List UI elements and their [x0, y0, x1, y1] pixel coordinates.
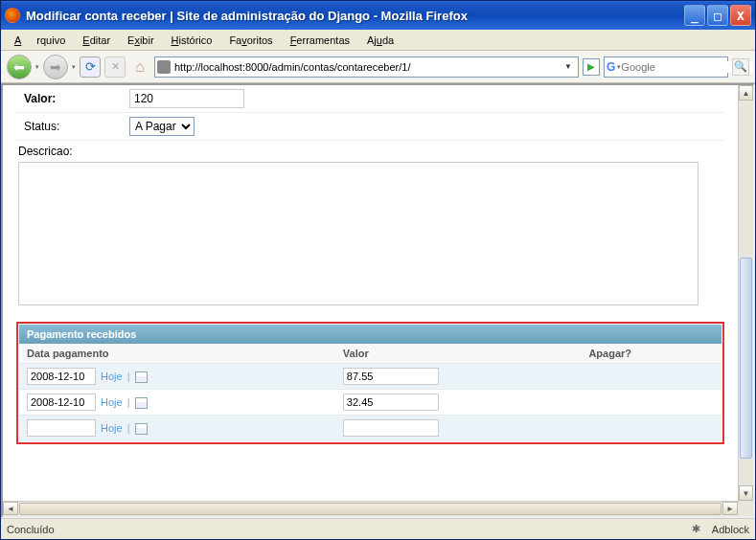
- status-select[interactable]: A Pagar: [129, 117, 195, 136]
- col-valor: Valor: [335, 344, 582, 364]
- home-button[interactable]: ⌂: [129, 56, 150, 78]
- minimize-button[interactable]: _: [684, 5, 705, 26]
- maximize-button[interactable]: □: [707, 5, 728, 26]
- menu-ajuda[interactable]: Ajuda: [359, 33, 401, 48]
- col-apagar: Apagar?: [581, 344, 722, 364]
- firefox-icon: [5, 8, 20, 23]
- hoje-link[interactable]: Hoje: [101, 396, 123, 408]
- descricao-label: Descricao:: [18, 145, 722, 158]
- scroll-down-button[interactable]: ▼: [739, 485, 753, 501]
- status-label: Status:: [24, 120, 129, 133]
- hoje-link[interactable]: Hoje: [101, 371, 123, 382]
- hoje-link[interactable]: Hoje: [101, 422, 123, 434]
- page-viewport: Valor: Status: A Pagar Descricao: Pagame…: [1, 83, 755, 518]
- horizontal-scrollbar[interactable]: ◄ ►: [3, 501, 738, 516]
- go-button[interactable]: ▶: [583, 58, 600, 76]
- window-title: Modificar conta receber | Site de admini…: [26, 9, 684, 23]
- scroll-corner: [738, 501, 753, 516]
- calendar-icon[interactable]: [135, 371, 148, 383]
- inline-pagamento-recebidos: Pagamento recebidos Data pagamento Valor…: [16, 322, 724, 444]
- url-bar[interactable]: ▼: [154, 56, 579, 78]
- valor-pagamento-input[interactable]: [343, 419, 439, 437]
- status-bar: Concluído ✱ Adblock: [1, 518, 755, 539]
- descricao-textarea[interactable]: [18, 162, 699, 305]
- valor-pagamento-input[interactable]: [343, 394, 439, 411]
- menu-arquivo[interactable]: Arquivo: [7, 33, 73, 48]
- page-favicon: [157, 60, 171, 74]
- calendar-icon[interactable]: [135, 397, 148, 409]
- adblock-label[interactable]: Adblock: [712, 524, 749, 535]
- valor-input[interactable]: [129, 89, 244, 108]
- google-icon: G: [607, 60, 615, 74]
- reload-button[interactable]: ⟳: [80, 56, 101, 78]
- menu-ferramentas[interactable]: Ferramentas: [283, 33, 357, 48]
- scroll-right-button[interactable]: ►: [722, 502, 738, 515]
- back-dropdown-icon[interactable]: ▾: [35, 63, 39, 71]
- window-titlebar: Modificar conta receber | Site de admini…: [1, 1, 755, 30]
- menu-favoritos[interactable]: Favoritos: [221, 33, 280, 48]
- data-pagamento-input[interactable]: [27, 419, 96, 437]
- menu-bar: Arquivo Editar Exibir Histórico Favorito…: [1, 30, 755, 51]
- inline-title: Pagamento recebidos: [19, 325, 722, 344]
- inline-row: Hoje |: [19, 364, 722, 390]
- menu-exibir[interactable]: Exibir: [120, 33, 162, 48]
- url-input[interactable]: [174, 61, 561, 73]
- vertical-scrollbar[interactable]: ▲ ▼: [738, 85, 753, 501]
- inline-row: Hoje |: [19, 416, 722, 441]
- fwd-dropdown-icon[interactable]: ▾: [72, 63, 76, 71]
- menu-historico[interactable]: Histórico: [164, 33, 220, 48]
- vertical-scroll-thumb[interactable]: [740, 258, 752, 459]
- back-button[interactable]: ⬅: [7, 55, 32, 79]
- calendar-icon[interactable]: [135, 423, 148, 435]
- valor-pagamento-input[interactable]: [343, 368, 439, 385]
- bug-icon[interactable]: ✱: [692, 523, 700, 535]
- nav-toolbar: ⬅ ▾ ➡ ▾ ⟳ ✕ ⌂ ▼ ▶ G ▾ 🔍: [1, 51, 755, 83]
- horizontal-scroll-thumb[interactable]: [19, 503, 722, 515]
- search-button[interactable]: 🔍: [732, 58, 749, 76]
- data-pagamento-input[interactable]: [27, 368, 96, 385]
- forward-button[interactable]: ➡: [43, 55, 68, 79]
- status-text: Concluído: [7, 524, 692, 535]
- valor-label: Valor:: [24, 92, 129, 105]
- menu-editar[interactable]: Editar: [75, 33, 118, 48]
- scroll-left-button[interactable]: ◄: [3, 502, 18, 515]
- search-box[interactable]: G ▾: [604, 56, 728, 78]
- col-data-pagamento: Data pagamento: [19, 344, 335, 364]
- stop-button[interactable]: ✕: [104, 56, 126, 78]
- scroll-up-button[interactable]: ▲: [739, 85, 753, 101]
- data-pagamento-input[interactable]: [27, 394, 96, 411]
- inline-row: Hoje |: [19, 390, 722, 416]
- url-dropdown-icon[interactable]: ▼: [561, 62, 576, 71]
- close-button[interactable]: X: [730, 5, 751, 26]
